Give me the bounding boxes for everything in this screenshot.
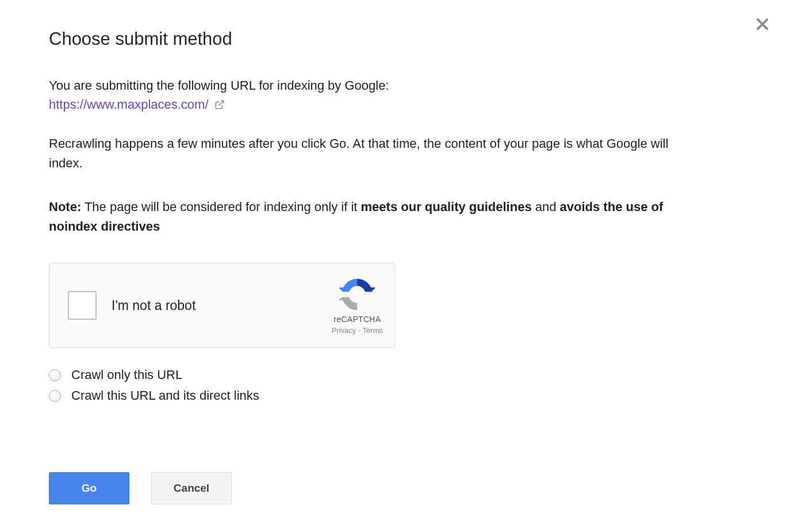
crawl-options-group: Crawl only this URL Crawl this URL and i… (49, 368, 687, 403)
url-text: https://www.maxplaces.com/ (49, 97, 209, 112)
recrawl-description: Recrawling happens a few minutes after y… (49, 134, 687, 173)
recaptcha-label: I'm not a robot (112, 298, 332, 313)
button-row: Go Cancel (49, 472, 687, 504)
dialog-container: Choose submit method You are submitting … (0, 0, 736, 532)
submitted-url-link[interactable]: https://www.maxplaces.com/ (49, 97, 225, 112)
recaptcha-brand-text: reCAPTCHA (334, 315, 381, 324)
svg-line-2 (218, 101, 223, 105)
close-button[interactable] (754, 16, 770, 35)
recaptcha-separator: - (356, 326, 362, 335)
note-bold-guidelines: meets our quality guidelines (361, 200, 532, 214)
radio-input-crawl-direct[interactable] (49, 390, 61, 402)
note-prefix: Note: (49, 200, 81, 214)
radio-label-crawl-direct: Crawl this URL and its direct links (71, 388, 259, 403)
intro-text: You are submitting the following URL for… (49, 77, 687, 95)
recaptcha-widget: I'm not a robot reCAPTCHA Privacy - Term… (49, 263, 395, 348)
recaptcha-terms-link[interactable]: Terms (363, 326, 383, 335)
radio-label-crawl-only: Crawl only this URL (71, 368, 182, 382)
radio-option-crawl-only[interactable]: Crawl only this URL (49, 368, 687, 382)
go-button[interactable]: Go (49, 472, 129, 504)
recaptcha-branding: reCAPTCHA Privacy - Terms (332, 277, 383, 335)
note-mid2: and (532, 200, 560, 214)
recaptcha-legal-links: Privacy - Terms (332, 326, 383, 335)
radio-option-crawl-direct[interactable]: Crawl this URL and its direct links (49, 388, 687, 403)
external-link-icon (214, 99, 225, 110)
cancel-button[interactable]: Cancel (151, 472, 232, 504)
recaptcha-privacy-link[interactable]: Privacy (332, 326, 356, 335)
radio-input-crawl-only[interactable] (49, 369, 61, 381)
close-icon (754, 16, 770, 32)
note-text: Note: The page will be considered for in… (49, 197, 687, 236)
recaptcha-checkbox[interactable] (68, 291, 97, 320)
note-mid1: The page will be considered for indexing… (81, 200, 361, 214)
recaptcha-logo-icon (339, 277, 375, 312)
dialog-title: Choose submit method (49, 29, 687, 49)
